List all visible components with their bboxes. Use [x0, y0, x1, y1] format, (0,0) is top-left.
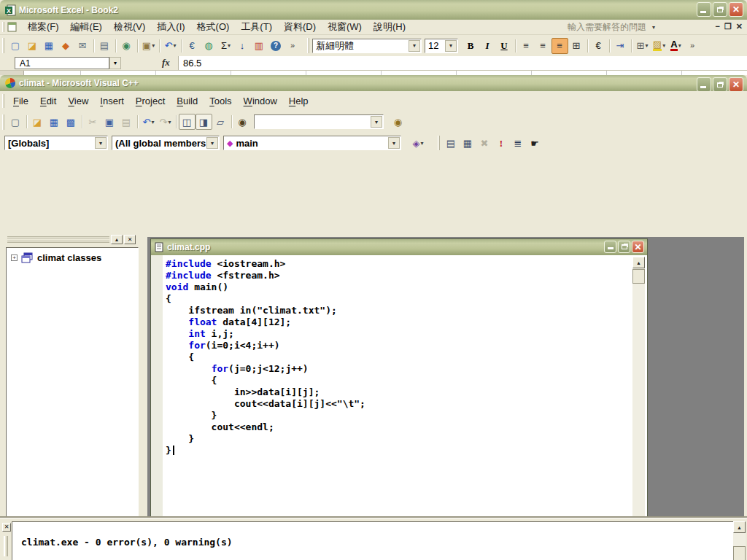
Window[interactable]: Window — [238, 94, 283, 108]
class-combo-dropdown[interactable] — [95, 137, 107, 149]
說明(H)[interactable]: 說明(H) — [368, 19, 411, 35]
output-close-button[interactable]: ✕ — [2, 523, 11, 532]
tree-expand-icon[interactable]: + — [11, 254, 18, 261]
help-button[interactable]: ? — [268, 38, 285, 54]
insert-function-icon[interactable]: fx — [162, 57, 170, 69]
go-button[interactable]: ≣ — [510, 135, 527, 151]
chart-wizard-button[interactable]: ▥ — [251, 38, 268, 54]
increase-indent-button[interactable]: ⇥ — [612, 38, 629, 54]
Edit[interactable]: Edit — [34, 94, 62, 108]
output-vertical-scrollbar[interactable]: ▲ — [733, 521, 746, 560]
save-button[interactable]: ▦ — [46, 114, 63, 130]
euro-convert-button[interactable]: € — [184, 38, 201, 54]
tree-root-row[interactable]: + climat classes — [11, 252, 138, 263]
Build[interactable]: Build — [171, 94, 204, 108]
wizardbar-member-combo[interactable]: ◆ main — [223, 136, 401, 150]
question-input[interactable]: 輸入需要解答的問題▾ — [568, 21, 690, 34]
workspace-close-button[interactable]: ✕ — [124, 235, 136, 244]
excel-minimize-button[interactable] — [697, 2, 711, 17]
paste-button[interactable]: ▣▾ — [140, 38, 157, 54]
window-list-button[interactable]: ▱ — [212, 114, 229, 130]
vc-menubar-grip[interactable] — [2, 94, 4, 108]
find-combo[interactable] — [254, 114, 384, 129]
wizardbar-class-combo[interactable]: [Globals] — [4, 136, 108, 150]
save-button[interactable]: ▦ — [41, 38, 58, 54]
editor-close-button[interactable]: ✕ — [632, 241, 644, 253]
資料(D)[interactable]: 資料(D) — [278, 19, 322, 35]
output-toggle-button[interactable]: ◨ — [196, 114, 212, 130]
breakpoint-button[interactable]: ☛ — [527, 135, 543, 151]
name-box-dropdown[interactable]: ▾ — [109, 57, 121, 69]
editor-restore-button[interactable] — [618, 241, 630, 253]
workbook-minimize-button[interactable]: − — [715, 22, 719, 31]
工具(T)[interactable]: 工具(T) — [235, 19, 278, 35]
editor-vertical-scrollbar[interactable]: ▲ ▼ — [632, 257, 645, 560]
merge-center-button[interactable]: ⊞ — [568, 38, 585, 54]
stop-build-button[interactable]: ✖ — [476, 135, 493, 151]
open-button[interactable]: ◪ — [24, 38, 41, 54]
classview-tree[interactable]: + climat classes — [6, 247, 139, 560]
toolbar-options-chevron[interactable]: » — [684, 38, 701, 54]
File[interactable]: File — [7, 94, 34, 108]
search-in-files-button[interactable]: ◉ — [390, 114, 406, 130]
output-scroll-thumb[interactable] — [733, 546, 746, 560]
build-button[interactable]: ▦ — [460, 135, 476, 151]
editor-minimize-button[interactable] — [604, 241, 616, 253]
execute-program-button[interactable]: ! — [493, 135, 510, 151]
open-button[interactable]: ◪ — [29, 114, 46, 130]
workspace-toggle-button[interactable]: ◫ — [179, 114, 196, 130]
wizardbar-actions-button[interactable]: ◈▾ — [406, 135, 430, 151]
excel-titlebar[interactable]: X Microsoft Excel - Book2 ✕ — [0, 0, 747, 20]
mail-button[interactable]: ✉ — [74, 38, 91, 54]
檔案(F)[interactable]: 檔案(F) — [22, 19, 65, 35]
new-text-file-button[interactable]: ▢ — [7, 114, 24, 130]
font-name-dropdown[interactable] — [409, 40, 420, 52]
View[interactable]: View — [62, 94, 94, 108]
code-editor[interactable]: #include <iostream.h>#include <fstream.h… — [151, 255, 647, 560]
Tools[interactable]: Tools — [204, 94, 237, 108]
插入(I)[interactable]: 插入(I) — [151, 19, 190, 35]
bold-button[interactable]: B — [462, 38, 479, 54]
align-center-button[interactable]: ≡ — [535, 38, 551, 54]
vc-toolbar-grip[interactable] — [2, 114, 4, 130]
new-workbook-button[interactable]: ▢ — [7, 38, 24, 54]
scroll-thumb[interactable] — [632, 269, 645, 284]
格式(O)[interactable]: 格式(O) — [191, 19, 236, 35]
toolbar-grip[interactable] — [2, 38, 4, 52]
fill-color-button[interactable]: ▨▾ — [651, 38, 667, 54]
editor-titlebar[interactable]: climat.cpp ✕ — [151, 239, 647, 255]
檢視(V)[interactable]: 檢視(V) — [108, 19, 151, 35]
code-lines[interactable]: #include <iostream.h>#include <fstream.h… — [166, 258, 365, 456]
vcpp-close-button[interactable]: ✕ — [729, 77, 743, 92]
vcpp-minimize-button[interactable] — [697, 77, 711, 92]
find-in-files-button[interactable]: ◉ — [234, 114, 251, 130]
toolbar-options-chevron[interactable]: » — [285, 38, 301, 54]
compile-button[interactable]: ▤ — [443, 135, 460, 151]
cut-button[interactable]: ✂ — [85, 114, 101, 130]
font-color-button[interactable]: A▾ — [667, 38, 684, 54]
wizardbar-filter-combo[interactable]: (All global members — [112, 136, 220, 150]
編輯(E)[interactable]: 編輯(E) — [65, 19, 108, 35]
find-combo-dropdown[interactable] — [371, 116, 382, 128]
print-button[interactable]: ▤ — [96, 38, 113, 54]
workbook-close-button[interactable]: ✕ — [736, 22, 743, 31]
excel-close-button[interactable]: ✕ — [729, 2, 743, 17]
output-text-area[interactable]: climat.exe - 0 error(s), 0 warning(s) — [12, 521, 734, 560]
autosum-button[interactable]: Σ▾ — [217, 38, 234, 54]
vcpp-titlebar[interactable]: climat - Microsoft Visual C++ ✕ — [0, 75, 747, 91]
paste-button[interactable]: ▤ — [118, 114, 135, 130]
視窗(W)[interactable]: 視窗(W) — [322, 19, 368, 35]
toolbar-grip-2[interactable] — [307, 38, 309, 52]
member-combo-dropdown[interactable] — [388, 137, 400, 149]
euro-button[interactable]: € — [590, 38, 607, 54]
vcpp-restore-button[interactable] — [713, 77, 727, 92]
workspace-grip[interactable] — [7, 236, 109, 243]
scroll-up-button[interactable]: ▲ — [632, 257, 645, 268]
selection-margin[interactable] — [151, 255, 163, 560]
redo-button[interactable]: ↷▾ — [157, 114, 174, 130]
save-all-button[interactable]: ▩ — [63, 114, 80, 130]
undo-button[interactable]: ↶▾ — [162, 38, 179, 54]
italic-button[interactable]: I — [479, 38, 496, 54]
workbook-restore-button[interactable]: ❐ — [724, 22, 732, 31]
formula-input[interactable]: 86.5 — [178, 56, 747, 70]
